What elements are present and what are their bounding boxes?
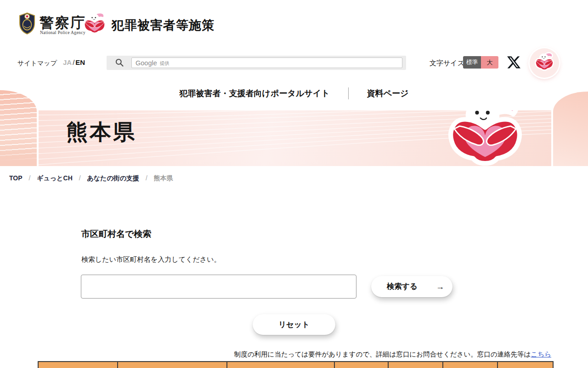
notice-body: 制度の利用に当たっては要件がありますので、詳細は窓口にお問合せください。窓口の連… bbox=[234, 351, 531, 358]
reset-button[interactable]: リセット bbox=[253, 314, 335, 335]
arrow-right-icon: → bbox=[436, 282, 444, 292]
hero-right-stripe-decoration bbox=[553, 92, 588, 166]
x-twitter-icon[interactable] bbox=[507, 56, 520, 69]
breadcrumb-separator: / bbox=[146, 174, 147, 182]
search-button-label: 検索する bbox=[387, 282, 418, 292]
gyutto-mascot-icon bbox=[534, 52, 555, 74]
breadcrumb-top[interactable]: TOP bbox=[9, 174, 23, 182]
npa-crest-icon bbox=[18, 12, 36, 34]
section-heading: 市区町村名で検索 bbox=[81, 228, 151, 240]
gyutto-mascot-icon bbox=[82, 11, 107, 39]
site-title: 犯罪被害者等施策 bbox=[112, 17, 215, 34]
breadcrumb-gyutto-ch[interactable]: ギュっとCH bbox=[37, 174, 73, 182]
font-size-label: 文字サイズ bbox=[430, 59, 464, 68]
sitemap-link[interactable]: サイトマップ bbox=[17, 59, 57, 68]
lang-en-link[interactable]: EN bbox=[75, 58, 85, 66]
search-button[interactable]: 検索する → bbox=[371, 276, 452, 297]
site-search-input[interactable]: Google 提供 bbox=[131, 58, 402, 68]
mascot-home-button[interactable] bbox=[530, 48, 559, 78]
gyutto-mascot-illustration bbox=[445, 110, 526, 166]
table-header-cell bbox=[39, 362, 118, 368]
table-header-cell bbox=[118, 362, 227, 368]
page: 警察庁 National Police Agency 犯罪被害者等施策 サイトマ… bbox=[0, 0, 588, 368]
font-size-standard-button[interactable]: 標準 bbox=[463, 56, 481, 69]
table-header-cell bbox=[389, 362, 443, 368]
results-table bbox=[38, 361, 554, 368]
table-header-cell bbox=[227, 362, 335, 368]
agency-subtitle: National Police Agency bbox=[40, 30, 85, 35]
table-header-cell bbox=[335, 362, 389, 368]
main-nav: 犯罪被害者・支援者向けポータルサイト 資料ページ bbox=[0, 87, 588, 99]
table-header-cell bbox=[443, 362, 498, 368]
notice-text: 制度の利用に当たっては要件がありますので、詳細は窓口にお問合せください。窓口の連… bbox=[234, 350, 551, 359]
page-title: 熊本県 bbox=[66, 118, 136, 147]
contact-info-link[interactable]: こちら bbox=[531, 351, 551, 358]
breadcrumb: TOP / ギュっとCH / あなたの街の支援 / 熊本県 bbox=[9, 174, 178, 183]
breadcrumb-separator: / bbox=[28, 174, 30, 182]
search-instruction: 検索したい市区町村名を入力してください。 bbox=[81, 255, 221, 264]
nav-documents-link[interactable]: 資料ページ bbox=[367, 88, 409, 99]
lang-separator: / bbox=[73, 58, 74, 66]
search-placeholder-provider: Google bbox=[136, 59, 157, 67]
search-icon bbox=[115, 58, 124, 67]
breadcrumb-separator: / bbox=[79, 174, 81, 182]
site-search-bar: Google 提供 bbox=[107, 56, 406, 70]
hero-banner: 熊本県 bbox=[39, 110, 551, 166]
nav-portal-link[interactable]: 犯罪被害者・支援者向けポータルサイト bbox=[180, 88, 330, 99]
search-placeholder-provided-by: 提供 bbox=[160, 59, 170, 67]
nav-divider bbox=[348, 87, 349, 99]
table-header-cell bbox=[498, 362, 553, 368]
lang-ja-link[interactable]: JA bbox=[63, 58, 72, 66]
breadcrumb-city-support[interactable]: あなたの街の支援 bbox=[87, 174, 139, 182]
hero-left-stripe-decoration bbox=[0, 90, 37, 166]
municipality-search-input[interactable] bbox=[81, 275, 356, 299]
reset-button-label: リセット bbox=[278, 320, 310, 330]
agency-name: 警察庁 bbox=[40, 13, 86, 33]
breadcrumb-current: 熊本県 bbox=[154, 174, 173, 182]
font-size-large-button[interactable]: 大 bbox=[481, 56, 498, 69]
language-switcher: JA/EN bbox=[63, 58, 85, 66]
